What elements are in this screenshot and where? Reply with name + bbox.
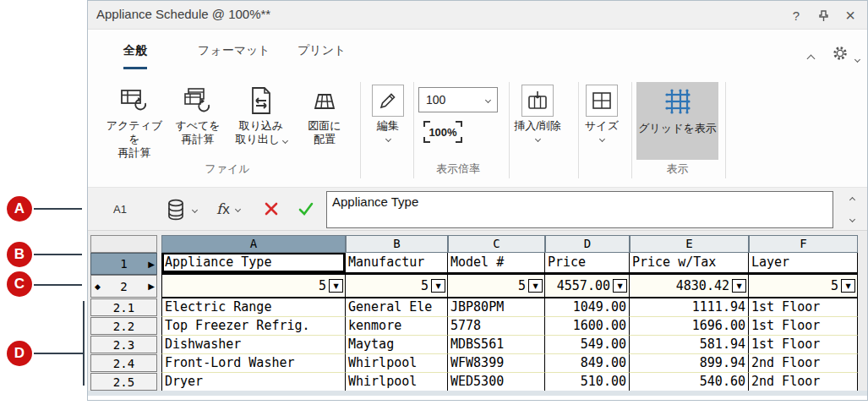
database-menu-button[interactable] bbox=[166, 198, 197, 222]
column-header-f[interactable]: F bbox=[749, 235, 858, 253]
cell[interactable]: Electric Range bbox=[161, 298, 346, 317]
pin-icon[interactable] bbox=[813, 6, 833, 25]
insert-delete-button[interactable]: 挿入/削除 bbox=[506, 82, 569, 141]
column-header-e[interactable]: E bbox=[630, 235, 749, 253]
cell[interactable]: 849.00 bbox=[545, 354, 630, 373]
title-bar[interactable]: Appliance Schedule @ 100%** ? × bbox=[88, 1, 867, 30]
callout-c-line bbox=[34, 284, 82, 286]
cell[interactable]: Top Freezer Refrig. bbox=[161, 317, 346, 336]
cell[interactable]: 1st Floor bbox=[749, 298, 858, 317]
table-row: ◆2▶ 5▼ 5▼ 5▼ 4557.00▼ 4830.42▼ 5▼ bbox=[90, 275, 858, 298]
tab-format[interactable]: フォーマット bbox=[198, 43, 270, 67]
cell-a1[interactable]: Appliance Type bbox=[161, 253, 346, 275]
spinner-up-icon[interactable] bbox=[849, 197, 854, 203]
accept-entry-button[interactable] bbox=[298, 201, 314, 216]
cell-c1[interactable]: Model # bbox=[448, 253, 545, 275]
cell[interactable]: 1696.00 bbox=[630, 317, 749, 336]
cell-f1[interactable]: Layer bbox=[749, 253, 858, 275]
row-header-2-2[interactable]: 2.2 bbox=[90, 317, 157, 335]
cell[interactable]: Maytag bbox=[346, 336, 448, 354]
row-header-2-4[interactable]: 2.4 bbox=[90, 354, 157, 372]
formula-bar: A1 fx Appliance Type bbox=[88, 187, 867, 231]
gear-dropdown-icon[interactable] bbox=[855, 50, 860, 65]
formula-input[interactable]: Appliance Type bbox=[326, 191, 833, 228]
close-icon[interactable]: × bbox=[840, 6, 860, 25]
cell[interactable]: Whirlpool bbox=[346, 354, 448, 373]
cell-e1[interactable]: Price w/Tax bbox=[630, 253, 749, 275]
dropdown-arrow-icon[interactable]: ▼ bbox=[732, 279, 746, 293]
row-header-2-3[interactable]: 2.3 bbox=[90, 336, 157, 353]
zoom-combobox[interactable]: 100 bbox=[418, 87, 498, 112]
table-row: 2.3 Dishwasher Maytag MDBS561 549.00 581… bbox=[90, 336, 858, 354]
dropdown-arrow-icon[interactable]: ▼ bbox=[841, 279, 855, 293]
zoom-reset-button[interactable]: 100% bbox=[421, 119, 465, 145]
row-header-1[interactable]: 1▶ bbox=[90, 253, 157, 275]
cell[interactable]: 1st Floor bbox=[749, 336, 858, 354]
dropdown-arrow-icon[interactable]: ▼ bbox=[528, 279, 543, 293]
cell-b2[interactable]: 5▼ bbox=[346, 275, 448, 298]
tab-print[interactable]: プリント bbox=[298, 43, 346, 67]
column-header-c[interactable]: C bbox=[448, 235, 545, 253]
cell[interactable]: 1st Floor bbox=[749, 317, 858, 336]
cell[interactable]: 510.00 bbox=[545, 373, 630, 391]
cell[interactable]: 540.60 bbox=[630, 373, 749, 391]
cell[interactable]: MDBS561 bbox=[448, 336, 545, 354]
row-header-2-5[interactable]: 2.5 bbox=[90, 373, 157, 391]
cell[interactable]: JBP80PM bbox=[448, 298, 545, 317]
cell-d1[interactable]: Price bbox=[545, 253, 630, 275]
cell[interactable]: Whirlpool bbox=[346, 373, 448, 391]
cell-d2[interactable]: 4557.00▼ bbox=[545, 275, 630, 298]
cell[interactable]: 1600.00 bbox=[545, 317, 630, 336]
gear-icon[interactable] bbox=[832, 45, 849, 62]
dropdown-arrow-icon[interactable]: ▼ bbox=[329, 279, 343, 293]
cell[interactable]: 2nd Floor bbox=[749, 354, 858, 373]
insert-column-icon bbox=[521, 85, 554, 117]
collapse-ribbon-icon[interactable] bbox=[808, 50, 814, 65]
cell[interactable]: kenmore bbox=[346, 317, 448, 336]
cancel-entry-button[interactable] bbox=[264, 201, 279, 216]
cell-a2[interactable]: 5▼ bbox=[161, 275, 346, 298]
cell[interactable]: 1049.00 bbox=[545, 298, 630, 317]
help-icon[interactable]: ? bbox=[786, 6, 806, 25]
pencil-icon bbox=[372, 85, 404, 117]
cell[interactable]: WED5300 bbox=[448, 373, 545, 391]
ribbon-tab-row: 全般 フォーマット プリント bbox=[88, 30, 867, 77]
cell-c2[interactable]: 5▼ bbox=[448, 275, 545, 298]
row-header-2[interactable]: ◆2▶ bbox=[90, 275, 157, 298]
cell[interactable]: 2nd Floor bbox=[749, 373, 858, 391]
function-menu-button[interactable]: fx bbox=[216, 200, 240, 218]
recalculate-active-button[interactable]: アクティブを 再計算 bbox=[103, 82, 166, 160]
show-grid-toggle[interactable]: グリッドを表示 bbox=[636, 82, 718, 160]
cell-b1[interactable]: Manufactur bbox=[346, 253, 448, 275]
perspective-table-icon bbox=[310, 82, 339, 119]
column-header-a[interactable]: A bbox=[161, 235, 346, 253]
cell[interactable]: Dryer bbox=[161, 373, 346, 391]
cell-e2[interactable]: 4830.42▼ bbox=[630, 275, 749, 298]
recalculate-all-button[interactable]: すべてを 再計算 bbox=[167, 82, 229, 146]
tab-general[interactable]: 全般 bbox=[123, 43, 147, 69]
zoom-group-label: 表示倍率 bbox=[412, 161, 505, 177]
row-header-2-1[interactable]: 2.1 bbox=[90, 298, 157, 316]
column-header-d[interactable]: D bbox=[545, 235, 630, 253]
cell[interactable]: General Ele bbox=[346, 298, 448, 317]
dropdown-arrow-icon[interactable]: ▼ bbox=[431, 279, 445, 293]
cell-f2[interactable]: 5▼ bbox=[749, 275, 858, 298]
fx-icon: fx bbox=[216, 200, 230, 218]
cell[interactable]: 1111.94 bbox=[630, 298, 749, 317]
cell[interactable]: WFW8399 bbox=[448, 354, 545, 373]
dropdown-arrow-icon[interactable]: ▼ bbox=[613, 279, 627, 293]
column-header-b[interactable]: B bbox=[346, 235, 448, 253]
spinner-down-icon[interactable] bbox=[849, 216, 854, 222]
size-button[interactable]: サイズ bbox=[570, 82, 633, 141]
cell[interactable]: 5778 bbox=[448, 317, 545, 336]
import-export-button[interactable]: 取り込み 取り出し bbox=[230, 82, 292, 146]
cell[interactable]: 549.00 bbox=[545, 336, 630, 354]
cell[interactable]: Front-Lord Washer bbox=[161, 354, 346, 373]
cell[interactable]: 581.94 bbox=[630, 336, 749, 354]
cell[interactable]: Dishwasher bbox=[161, 336, 346, 354]
place-on-drawing-button[interactable]: 図面に 配置 bbox=[293, 82, 356, 146]
edit-button[interactable]: 編集 bbox=[357, 82, 419, 141]
formula-bar-spinner[interactable] bbox=[843, 194, 860, 225]
select-all-corner[interactable] bbox=[90, 235, 157, 253]
cell[interactable]: 899.94 bbox=[630, 354, 749, 373]
